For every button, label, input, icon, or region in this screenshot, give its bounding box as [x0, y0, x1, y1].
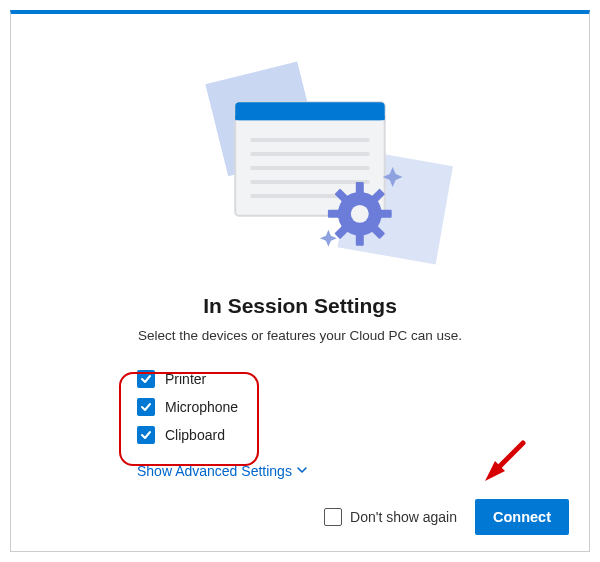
checkbox-microphone[interactable]	[137, 398, 155, 416]
svg-marker-21	[485, 461, 505, 481]
chevron-down-icon	[296, 463, 308, 479]
option-printer[interactable]: Printer	[137, 365, 589, 393]
advanced-label: Show Advanced Settings	[137, 463, 292, 479]
svg-rect-4	[235, 116, 384, 120]
option-label: Microphone	[165, 399, 238, 415]
illustration	[11, 54, 589, 284]
dont-show-label: Don't show again	[350, 509, 457, 525]
option-microphone[interactable]: Microphone	[137, 393, 589, 421]
settings-dialog: In Session Settings Select the devices o…	[10, 10, 590, 552]
svg-rect-14	[380, 210, 392, 218]
gear-icon	[328, 182, 392, 246]
dialog-subtitle: Select the devices or features your Clou…	[11, 328, 589, 343]
dialog-footer: Don't show again Connect	[324, 499, 569, 535]
checkbox-printer[interactable]	[137, 370, 155, 388]
option-clipboard[interactable]: Clipboard	[137, 421, 589, 449]
checkbox-clipboard[interactable]	[137, 426, 155, 444]
svg-rect-12	[356, 234, 364, 246]
svg-rect-13	[328, 210, 340, 218]
dont-show-again[interactable]: Don't show again	[324, 508, 457, 526]
show-advanced-link[interactable]: Show Advanced Settings	[137, 463, 308, 479]
checkbox-dont-show[interactable]	[324, 508, 342, 526]
connect-button[interactable]: Connect	[475, 499, 569, 535]
option-label: Clipboard	[165, 427, 225, 443]
svg-point-19	[351, 205, 369, 223]
option-label: Printer	[165, 371, 206, 387]
device-options: Printer Microphone Clipboard	[137, 365, 589, 449]
dialog-title: In Session Settings	[11, 294, 589, 318]
svg-rect-11	[356, 182, 364, 194]
